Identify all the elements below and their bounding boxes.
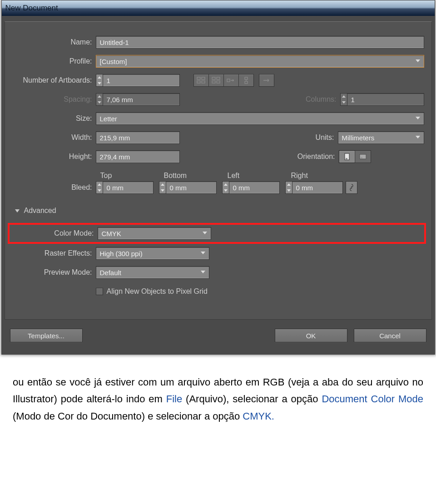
svg-rect-5 [217, 77, 220, 79]
svg-rect-12 [346, 158, 347, 159]
profile-label: Profile: [10, 57, 96, 65]
bleed-top-input[interactable]: 0 mm [103, 181, 154, 194]
new-document-dialog: New Document Name: Untitled-1 Profile: [… [1, 0, 435, 355]
bleed-bottom-label: Bottom [164, 172, 228, 180]
color-mode-label: Color Mode: [11, 229, 98, 237]
align-pixel-grid-label: Align New Objects to Pixel Grid [107, 287, 208, 296]
cmyk-ref: CMYK. [243, 410, 274, 422]
arrange-grid-row-icon[interactable] [193, 74, 209, 87]
bleed-top-label: Top [100, 172, 164, 180]
preview-mode-select[interactable]: Default [96, 266, 209, 279]
arrange-col-icon[interactable] [238, 74, 254, 87]
artboards-input[interactable]: 1 [103, 74, 180, 87]
arrange-row-rtl-icon[interactable] [223, 74, 239, 87]
size-label: Size: [10, 114, 96, 123]
cancel-button[interactable]: Cancel [354, 329, 426, 342]
profile-select[interactable]: [Custom] [96, 55, 424, 68]
document-paragraph: ou então se você já estiver com um arqui… [0, 368, 436, 443]
raster-effects-label: Raster Effects: [10, 249, 96, 257]
columns-stepper[interactable] [340, 93, 347, 106]
svg-rect-0 [197, 77, 200, 79]
height-label: Height: [10, 153, 96, 161]
svg-rect-1 [202, 77, 205, 79]
svg-rect-9 [245, 77, 248, 79]
size-select[interactable]: Letter [96, 112, 424, 125]
advanced-toggle[interactable]: Advanced [15, 207, 424, 215]
svg-rect-6 [212, 81, 215, 83]
align-pixel-grid-checkbox[interactable] [96, 288, 103, 295]
orientation-landscape-button[interactable] [355, 150, 371, 163]
bleed-left-label: Left [228, 172, 291, 180]
color-mode-select[interactable]: CMYK [98, 227, 211, 240]
svg-rect-8 [227, 79, 230, 82]
orientation-label: Orientation: [284, 153, 339, 161]
titlebar[interactable]: New Document [2, 0, 435, 16]
columns-input[interactable]: 1 [347, 93, 424, 106]
bleed-right-input[interactable]: 0 mm [292, 181, 343, 194]
file-menu-ref: File [166, 393, 182, 405]
bleed-bottom-stepper[interactable] [159, 181, 166, 194]
svg-rect-14 [361, 157, 362, 158]
bleed-right-stepper[interactable] [285, 181, 292, 194]
doc-color-mode-ref: Document Color Mode [322, 393, 423, 405]
bleed-left-input[interactable]: 0 mm [229, 181, 280, 194]
titlebar-title: New Document [5, 4, 58, 13]
svg-rect-10 [245, 81, 248, 84]
name-label: Name: [10, 38, 96, 46]
bleed-bottom-input[interactable]: 0 mm [166, 181, 217, 194]
artboards-label: Number of Artboards: [10, 76, 96, 84]
svg-rect-7 [217, 81, 220, 83]
height-input[interactable]: 279,4 mm [96, 150, 180, 163]
arrange-row-ltr-icon[interactable] [259, 74, 274, 87]
svg-rect-2 [197, 81, 200, 83]
units-label: Units: [283, 133, 338, 142]
name-input[interactable]: Untitled-1 [96, 36, 424, 49]
orientation-portrait-button[interactable] [339, 150, 355, 163]
spacing-input[interactable]: 7,06 mm [103, 93, 180, 106]
dialog-button-bar: Templates... OK Cancel [5, 320, 432, 350]
width-input[interactable]: 215,9 mm [96, 131, 180, 144]
spacing-stepper[interactable] [96, 93, 103, 106]
svg-rect-3 [202, 81, 205, 83]
arrange-grid-col-icon[interactable] [208, 74, 224, 87]
spacing-label: Spacing: [10, 95, 96, 104]
bleed-link-toggle[interactable] [346, 181, 357, 194]
templates-button[interactable]: Templates... [10, 329, 83, 342]
bleed-left-stepper[interactable] [222, 181, 229, 194]
bleed-headers: Top Bottom Left Right [100, 166, 424, 180]
bleed-label: Bleed: [10, 183, 96, 192]
svg-rect-4 [212, 77, 215, 79]
chevron-down-icon [15, 209, 20, 212]
color-mode-highlight: Color Mode: CMYK [8, 223, 426, 244]
ok-button[interactable]: OK [275, 329, 347, 342]
artboards-stepper[interactable] [96, 74, 103, 87]
preview-mode-label: Preview Mode: [10, 268, 96, 277]
columns-label: Columns: [290, 95, 340, 104]
bleed-right-label: Right [291, 172, 355, 180]
raster-effects-select[interactable]: High (300 ppi) [96, 247, 209, 260]
width-label: Width: [10, 133, 96, 142]
units-select[interactable]: Millimeters [338, 131, 424, 144]
dialog-body: Name: Untitled-1 Profile: [Custom] Numbe… [2, 16, 435, 354]
new-doc-fieldset: Name: Untitled-1 Profile: [Custom] Numbe… [5, 21, 432, 320]
bleed-top-stepper[interactable] [96, 181, 103, 194]
